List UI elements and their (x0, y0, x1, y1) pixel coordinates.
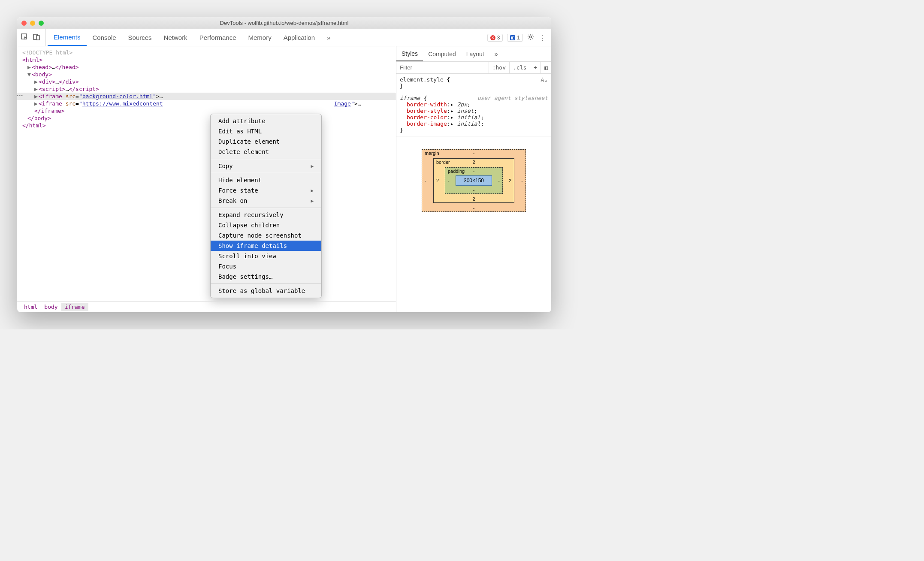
box-border[interactable]: border 2 2 2 2 padding - - - - 300×150 (433, 158, 514, 203)
ctx-delete[interactable]: Delete element (211, 147, 321, 157)
ctx-hide[interactable]: Hide element (211, 175, 321, 185)
subtabs-overflow[interactable]: » (489, 46, 503, 61)
close-window-icon[interactable] (21, 21, 27, 26)
filter-input[interactable] (396, 64, 489, 71)
crumb-html[interactable]: html (21, 303, 41, 311)
tab-elements[interactable]: Elements (48, 29, 87, 46)
border-label: border (436, 160, 450, 165)
ctx-focus[interactable]: Focus (211, 261, 321, 271)
dom-iframe-2[interactable]: ▶<iframe src="https://www.mixedcontent I… (17, 100, 396, 107)
ctx-show-iframe-details[interactable]: Show iframe details (211, 241, 321, 251)
dom-html-close[interactable]: </html> (17, 122, 396, 129)
styles-subtabs: Styles Computed Layout » (396, 46, 551, 62)
filter-row: :hov .cls + ◧ (396, 62, 551, 74)
box-content[interactable]: 300×150 (456, 175, 492, 186)
tab-sources[interactable]: Sources (122, 29, 158, 46)
dom-iframe-close[interactable]: </iframe> (17, 107, 396, 115)
subtab-computed[interactable]: Computed (423, 46, 461, 61)
svg-point-3 (530, 36, 532, 38)
ctx-separator (211, 159, 321, 159)
tab-network[interactable]: Network (158, 29, 193, 46)
issue-icon: ◧ (510, 35, 515, 40)
panel-toggle-icon[interactable]: ◧ (541, 62, 551, 73)
tab-performance[interactable]: Performance (193, 29, 242, 46)
device-toggle-icon[interactable] (33, 33, 40, 42)
ctx-copy[interactable]: Copy▶ (211, 161, 321, 171)
padding-label: padding (448, 169, 465, 174)
tab-memory[interactable]: Memory (242, 29, 278, 46)
ctx-collapse[interactable]: Collapse children (211, 220, 321, 230)
breadcrumb: html body iframe (17, 301, 396, 312)
dom-div[interactable]: ▶<div>…</div> (17, 78, 396, 85)
box-padding[interactable]: padding - - - - 300×150 (445, 167, 503, 194)
margin-label: margin (425, 151, 439, 156)
ctx-separator (211, 173, 321, 173)
box-model[interactable]: margin - - - - border 2 2 2 2 padding - (396, 136, 551, 225)
ctx-screenshot[interactable]: Capture node screenshot (211, 230, 321, 241)
context-menu: Add attribute Edit as HTML Duplicate ele… (210, 114, 322, 298)
ctx-force-state[interactable]: Force state▶ (211, 185, 321, 196)
chevron-right-icon: ▶ (311, 198, 314, 204)
ctx-scroll-into-view[interactable]: Scroll into view (211, 251, 321, 261)
ctx-break-on[interactable]: Break on▶ (211, 196, 321, 206)
crumb-iframe[interactable]: iframe (61, 303, 88, 311)
new-rule-button[interactable]: + (530, 62, 541, 73)
chevron-right-icon: ▶ (311, 163, 314, 169)
error-badge[interactable]: ✕3 (487, 34, 503, 42)
traffic-lights (21, 21, 44, 26)
main-tabs: Elements Console Sources Network Perform… (48, 29, 487, 46)
dom-script[interactable]: ▶<script>…</script> (17, 85, 396, 93)
tab-application[interactable]: Application (278, 29, 321, 46)
dom-panel: <!DOCTYPE html> <html> ▶<head>…</head> ▼… (17, 46, 396, 312)
cls-button[interactable]: .cls (509, 62, 530, 73)
subtab-styles[interactable]: Styles (396, 46, 423, 61)
tab-console[interactable]: Console (87, 29, 122, 46)
window-title: DevTools - wolfib.github.io/web-demos/js… (17, 20, 551, 26)
dom-doctype[interactable]: <!DOCTYPE html> (17, 49, 396, 56)
ctx-separator (211, 284, 321, 284)
maximize-window-icon[interactable] (39, 21, 44, 26)
svg-rect-2 (36, 36, 39, 40)
dom-iframe-selected[interactable]: ▶<iframe src="background-color.html">… (17, 93, 396, 100)
inspect-icon[interactable] (21, 33, 28, 42)
ctx-badge-settings[interactable]: Badge settings… (211, 271, 321, 282)
font-icon[interactable]: Aₐ (541, 76, 548, 83)
iframe-rule[interactable]: iframe { user agent stylesheet border-wi… (396, 92, 551, 136)
minimize-window-icon[interactable] (30, 21, 35, 26)
crumb-body[interactable]: body (41, 303, 61, 311)
ctx-add-attribute[interactable]: Add attribute (211, 116, 321, 126)
dom-head[interactable]: ▶<head>…</head> (17, 63, 396, 71)
more-icon[interactable]: ⋮ (538, 33, 546, 42)
ctx-expand[interactable]: Expand recursively (211, 210, 321, 220)
issue-badge[interactable]: ◧1 (507, 34, 523, 42)
box-margin[interactable]: margin - - - - border 2 2 2 2 padding - (422, 149, 526, 212)
dom-html-open[interactable]: <html> (17, 56, 396, 63)
titlebar: DevTools - wolfib.github.io/web-demos/js… (17, 17, 551, 29)
main-content: <!DOCTYPE html> <html> ▶<head>…</head> ▼… (17, 46, 551, 312)
ctx-store-global[interactable]: Store as global variable (211, 286, 321, 296)
issue-count: 1 (517, 35, 520, 41)
ctx-duplicate[interactable]: Duplicate element (211, 136, 321, 147)
dom-body-close[interactable]: </body> (17, 115, 396, 122)
ctx-edit-html[interactable]: Edit as HTML (211, 126, 321, 136)
dom-body-open[interactable]: ▼<body> (17, 71, 396, 78)
element-style-rule[interactable]: element.style { Aₐ } (396, 74, 551, 92)
styles-panel: Styles Computed Layout » :hov .cls + ◧ e… (396, 46, 551, 312)
settings-icon[interactable] (527, 33, 534, 42)
error-icon: ✕ (490, 35, 495, 40)
hov-button[interactable]: :hov (489, 62, 509, 73)
main-toolbar: Elements Console Sources Network Perform… (17, 29, 551, 46)
tabs-overflow[interactable]: » (321, 29, 336, 46)
ctx-separator (211, 208, 321, 208)
devtools-window: DevTools - wolfib.github.io/web-demos/js… (17, 17, 551, 312)
subtab-layout[interactable]: Layout (461, 46, 489, 61)
chevron-right-icon: ▶ (311, 188, 314, 193)
error-count: 3 (497, 35, 500, 41)
